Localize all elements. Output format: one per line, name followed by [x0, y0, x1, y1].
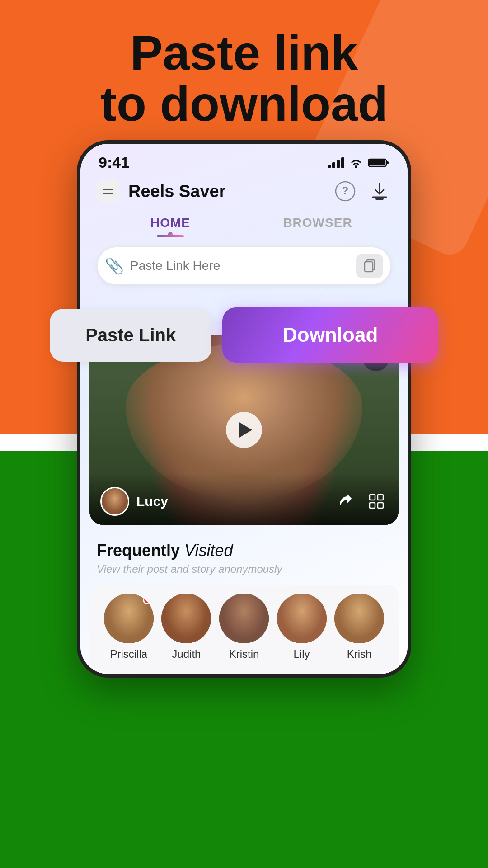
header-right: ? — [333, 179, 391, 203]
avatar-kristin — [219, 594, 269, 643]
app-title: Reels Saver — [128, 182, 226, 201]
notification-dot — [143, 595, 152, 604]
phone-screen: 9:41 — [80, 144, 408, 674]
status-icons — [328, 157, 389, 168]
video-user-avatar — [100, 487, 129, 516]
user-name-priscilla: Priscilla — [110, 648, 147, 660]
tab-home[interactable]: HOME — [97, 210, 244, 237]
download-history-button[interactable] — [368, 179, 391, 203]
avatar-priscilla — [104, 594, 154, 643]
tab-browser[interactable]: BROWSER — [244, 210, 391, 237]
avatar-judith — [161, 594, 211, 643]
download-button[interactable]: Download — [222, 307, 438, 363]
status-bar: 9:41 — [80, 144, 408, 175]
wifi-icon — [349, 157, 363, 168]
action-buttons-container: Paste Link Download — [50, 307, 438, 363]
paste-link-button[interactable]: Paste Link — [50, 309, 211, 362]
svg-rect-13 — [378, 503, 383, 508]
user-item-priscilla[interactable]: Priscilla — [103, 594, 155, 660]
share-icon[interactable] — [333, 490, 356, 513]
svg-rect-7 — [365, 262, 373, 272]
hero-title: Paste link to download — [0, 27, 488, 130]
svg-rect-5 — [375, 198, 384, 200]
hero-title-line1: Paste link — [27, 27, 461, 78]
user-item-kristin[interactable]: Kristin — [218, 594, 270, 660]
section-title-bold: Frequently — [97, 541, 180, 560]
svg-rect-1 — [386, 161, 389, 164]
svg-rect-10 — [370, 495, 375, 500]
tabs: HOME BROWSER — [80, 210, 408, 237]
signal-icon — [328, 157, 344, 168]
status-time: 9:41 — [99, 154, 129, 171]
svg-rect-12 — [370, 503, 375, 508]
avatar-krish — [334, 594, 384, 643]
play-button[interactable] — [226, 412, 262, 448]
svg-rect-11 — [378, 495, 383, 500]
battery-icon — [368, 157, 389, 168]
help-button[interactable]: ? — [333, 179, 357, 203]
section-title: Frequently Visited — [80, 538, 408, 563]
user-name-krish: Krish — [347, 648, 372, 660]
user-item-krish[interactable]: Krish — [333, 594, 385, 660]
user-name-judith: Judith — [172, 648, 201, 660]
hero-title-line2: to download — [27, 78, 461, 129]
user-item-judith[interactable]: Judith — [161, 594, 212, 660]
video-actions — [333, 490, 388, 513]
svg-rect-2 — [369, 160, 385, 165]
avatar-lily — [277, 594, 327, 643]
section-subtitle: View their post and story anonymously — [80, 563, 408, 585]
user-name-kristin: Kristin — [229, 648, 259, 660]
video-username: Lucy — [136, 494, 168, 509]
users-row: Priscilla Judith Kristin Lily Krish — [89, 585, 399, 674]
grid-icon[interactable] — [365, 490, 388, 513]
menu-button[interactable] — [97, 180, 119, 203]
section-title-italic: Visited — [184, 541, 233, 560]
header-left: Reels Saver — [97, 180, 226, 203]
paste-link-input[interactable] — [130, 259, 350, 273]
link-icon: 📎 — [105, 257, 124, 275]
video-footer: Lucy — [89, 473, 399, 525]
user-name-lily: Lily — [294, 648, 310, 660]
clipboard-button[interactable] — [356, 254, 383, 278]
svg-text:?: ? — [342, 184, 349, 197]
video-card[interactable]: Lucy — [89, 335, 399, 525]
paste-input-row: 📎 — [97, 246, 391, 285]
app-header: Reels Saver ? — [80, 175, 408, 210]
phone-mockup: Paste Link Download 9:41 — [77, 140, 411, 678]
user-item-lily[interactable]: Lily — [276, 594, 328, 660]
phone-frame: 9:41 — [77, 140, 411, 678]
video-user-info: Lucy — [100, 487, 168, 516]
